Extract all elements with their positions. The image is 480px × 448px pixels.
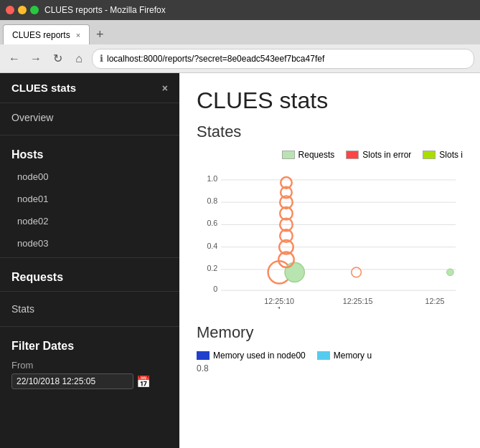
legend-slots-color [423, 151, 436, 159]
chart-legend: Requests Slots in error Slots i [197, 150, 463, 160]
legend-slots: Slots i [423, 150, 463, 160]
from-label: From [11, 360, 168, 371]
svg-text:0.2: 0.2 [207, 264, 217, 272]
tabbar: CLUES reports × + [0, 20, 480, 44]
tab-close-icon[interactable]: × [76, 31, 80, 39]
legend-requests: Requests [282, 150, 335, 160]
from-date-input[interactable] [11, 373, 133, 389]
sidebar-item-node01[interactable]: node01 [0, 188, 179, 210]
sidebar-divider-1 [0, 135, 179, 135]
sidebar-heading-requests: Requests [0, 261, 179, 288]
sidebar-heading-filter-dates: Filter Dates [0, 330, 179, 357]
new-tab-button[interactable]: + [90, 24, 110, 44]
url-box[interactable]: ℹ localhost:8000/reports/?secret=8e0eadc… [92, 49, 474, 69]
legend-requests-color [282, 151, 295, 159]
states-chart: 1.0 0.8 0.6 0.4 0.2 0 [197, 166, 463, 309]
close-button[interactable] [6, 6, 14, 14]
from-input-row: 📅 [11, 373, 168, 389]
url-text: localhost:8000/reports/?secret=8e0eadc54… [107, 54, 324, 64]
back-button[interactable]: ← [6, 50, 23, 67]
memory-legend-other: Memory u [317, 351, 372, 361]
sidebar-item-overview[interactable]: Overview [0, 103, 179, 132]
memory-node00-color [197, 351, 210, 360]
svg-text:1.0: 1.0 [207, 174, 217, 183]
tab-label: CLUES reports [12, 30, 70, 40]
refresh-button[interactable]: ↻ [49, 50, 66, 67]
svg-point-26 [447, 269, 454, 276]
titlebar: CLUES reports - Mozilla Firefox [0, 0, 480, 20]
legend-slots-error: Slots in error [346, 150, 411, 160]
svg-point-13 [285, 262, 304, 282]
minimize-button[interactable] [18, 6, 27, 14]
svg-text:12:25:10: 12:25:10 [264, 297, 294, 305]
main-content: CLUES stats States Requests Slots in err… [179, 73, 480, 448]
legend-slots-error-color [346, 151, 359, 159]
svg-text:1: 1 [277, 305, 281, 309]
svg-text:0.8: 0.8 [207, 196, 217, 205]
sidebar-heading-hosts: Hosts [0, 138, 179, 166]
memory-legend-node00: Memory used in node00 [197, 351, 306, 361]
sidebar-title: CLUES stats [11, 82, 76, 94]
svg-text:0: 0 [213, 285, 217, 293]
filter-from-container: From 📅 [0, 357, 179, 395]
window-buttons [6, 6, 39, 14]
svg-point-25 [352, 267, 362, 277]
svg-text:0.4: 0.4 [207, 242, 217, 250]
legend-slots-label: Slots i [439, 150, 463, 160]
sidebar-divider-3 [0, 291, 179, 292]
memory-legend: Memory used in node00 Memory u [197, 351, 463, 361]
page-title: CLUES stats [197, 87, 463, 114]
sidebar-divider-2 [0, 257, 179, 258]
sidebar-item-node00[interactable]: node00 [0, 166, 179, 188]
memory-node00-label: Memory used in node00 [213, 351, 306, 361]
legend-requests-label: Requests [298, 150, 335, 160]
urlbar: ← → ↻ ⌂ ℹ localhost:8000/reports/?secret… [0, 44, 480, 73]
svg-text:0.6: 0.6 [207, 219, 217, 227]
forward-button[interactable]: → [27, 50, 44, 67]
maximize-button[interactable] [30, 6, 39, 14]
sidebar-item-stats[interactable]: Stats [0, 295, 179, 323]
active-tab[interactable]: CLUES reports × [3, 24, 90, 44]
calendar-icon[interactable]: 📅 [136, 375, 151, 389]
memory-y-start: 0.8 [197, 363, 463, 373]
memory-section: Memory Memory used in node00 Memory u 0.… [197, 323, 463, 373]
states-chart-svg: 1.0 0.8 0.6 0.4 0.2 0 [197, 166, 463, 309]
sidebar-item-node03[interactable]: node03 [0, 232, 179, 254]
svg-text:12:25:15: 12:25:15 [343, 297, 373, 305]
app-container: CLUES stats × Overview Hosts node00 node… [0, 73, 480, 448]
sidebar-divider-4 [0, 326, 179, 327]
legend-slots-error-label: Slots in error [362, 150, 411, 160]
info-icon: ℹ [100, 53, 103, 64]
memory-other-color [317, 351, 330, 360]
sidebar-header: CLUES stats × [0, 73, 179, 103]
titlebar-text: CLUES reports - Mozilla Firefox [44, 5, 166, 15]
memory-title: Memory [197, 323, 463, 342]
home-button[interactable]: ⌂ [70, 50, 88, 67]
sidebar: CLUES stats × Overview Hosts node00 node… [0, 73, 179, 448]
states-title: States [197, 123, 463, 141]
memory-other-label: Memory u [334, 351, 372, 361]
sidebar-close-icon[interactable]: × [162, 82, 168, 94]
svg-text:12:25: 12:25 [425, 297, 445, 305]
sidebar-item-node02[interactable]: node02 [0, 210, 179, 232]
